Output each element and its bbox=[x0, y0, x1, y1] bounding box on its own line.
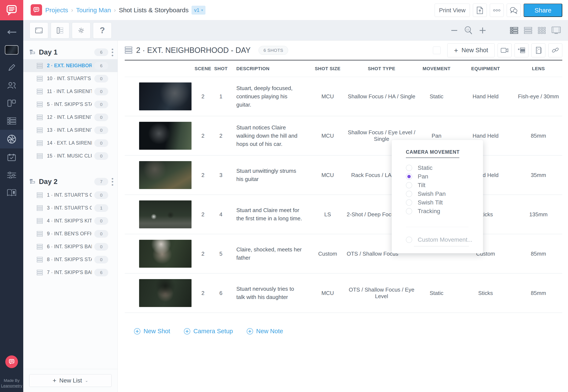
view-storyboard-button[interactable] bbox=[552, 27, 561, 34]
movement-option[interactable]: Swish Tilt bbox=[406, 198, 483, 207]
link-button[interactable] bbox=[548, 43, 562, 57]
sidebar-scene-item[interactable]: 9 · INT. BEN'S OFFICE - NIGHT 0 bbox=[23, 227, 118, 240]
share-button[interactable]: Share bbox=[524, 4, 562, 17]
back-button[interactable] bbox=[0, 23, 23, 41]
cell-shot-type[interactable]: Shallow Focus / HA / Single bbox=[347, 93, 416, 100]
cell-shot-size[interactable]: MCU bbox=[309, 93, 347, 100]
cell-shot[interactable]: 6 bbox=[211, 290, 230, 296]
storyboard-thumbnail[interactable] bbox=[139, 279, 192, 307]
cell-shot[interactable]: 5 bbox=[211, 251, 230, 257]
cell-shot[interactable]: 3 bbox=[211, 172, 230, 179]
zoom-out-button[interactable] bbox=[451, 30, 457, 31]
shot-table-row[interactable]: 2 6 Stuart nervously tries to talk with … bbox=[125, 274, 562, 313]
cell-scene[interactable]: 2 bbox=[194, 251, 211, 257]
cell-shot-size[interactable]: MCU bbox=[309, 290, 347, 296]
cell-equipment[interactable]: Hand Held bbox=[457, 133, 514, 139]
sidebar-scene-item[interactable]: 7 · INT. SKIPP'S BAR - NIGHT 6 bbox=[23, 266, 118, 279]
rail-item-reports[interactable] bbox=[0, 184, 23, 202]
sidebar-scene-item[interactable]: 3 · INT. STUART'S CAR - DUSK 1 bbox=[23, 201, 118, 214]
export-file-button[interactable] bbox=[473, 4, 487, 17]
sidebar-scene-item[interactable]: 5 · INT. SKIPP'S STAGE - NIGHT 0 bbox=[23, 98, 118, 111]
project-thumbnail[interactable] bbox=[0, 41, 23, 59]
movement-option[interactable]: Pan bbox=[406, 172, 483, 181]
storyboard-thumbnail[interactable] bbox=[139, 161, 192, 189]
cell-scene[interactable]: 2 bbox=[194, 172, 211, 179]
radio-button[interactable] bbox=[406, 208, 412, 214]
sidebar-scene-item[interactable]: 12 · INT. LA SIRENITA BATHRO... 0 bbox=[23, 111, 118, 124]
storyboard-thumbnail[interactable] bbox=[139, 200, 192, 228]
cell-scene[interactable]: 2 bbox=[194, 211, 211, 218]
shot-table-row[interactable]: 2 3 Stuart unwittingly strums his guitar… bbox=[125, 156, 562, 195]
cell-shot-type[interactable]: OTS / Shallow Focus / Eye Level bbox=[347, 286, 416, 300]
movement-option[interactable]: Tilt bbox=[406, 181, 483, 189]
sidebar-scene-item[interactable]: 14 · EXT. LA SIRENITA - NIGHT 0 bbox=[23, 137, 118, 150]
cell-shot-size[interactable]: LS bbox=[309, 211, 347, 218]
footer-camera-setup-link[interactable]: Camera Setup bbox=[184, 328, 233, 335]
shot-table-row[interactable]: 2 1 Stuart, deeply focused, continues pl… bbox=[125, 77, 562, 116]
cell-movement[interactable]: Static bbox=[416, 93, 457, 100]
storyboard-thumbnail[interactable] bbox=[139, 122, 192, 150]
cell-lens[interactable]: 85mm bbox=[514, 290, 562, 296]
cell-description[interactable]: Stuart, deeply focused, continues playin… bbox=[230, 84, 309, 109]
movement-option[interactable]: Swish Pan bbox=[406, 189, 483, 198]
view-grid-button[interactable] bbox=[538, 27, 546, 34]
add-list-button[interactable] bbox=[514, 43, 528, 57]
cell-equipment[interactable]: Sticks bbox=[457, 290, 514, 296]
kebab-menu-icon[interactable]: ••• bbox=[110, 48, 115, 57]
shot-table-row[interactable]: 2 2 Stuart notices Claire walking down t… bbox=[125, 116, 562, 156]
comments-button[interactable] bbox=[507, 4, 521, 17]
footer-new-shot-link[interactable]: New Shot bbox=[134, 328, 170, 335]
cell-description[interactable]: Stuart nervously tries to talk with his … bbox=[230, 285, 309, 301]
day-header[interactable]: Day 2 7 ••• bbox=[23, 175, 118, 189]
cell-shot[interactable]: 1 bbox=[211, 93, 230, 100]
sidebar-scene-item[interactable]: 2 · EXT. NEIGHBORHOOD - D... 6 bbox=[23, 59, 118, 72]
cell-shot-size[interactable]: Custom bbox=[309, 251, 347, 257]
shot-table-row[interactable]: 2 4 Stuart and Claire meet for the first… bbox=[125, 195, 562, 234]
view-rows-button[interactable] bbox=[524, 27, 532, 34]
help-button[interactable]: ? bbox=[93, 22, 112, 39]
new-shot-button[interactable]: + New Shot bbox=[447, 43, 495, 57]
custom-movement-input-underline[interactable] bbox=[414, 246, 469, 246]
radio-button[interactable] bbox=[406, 237, 412, 243]
aspect-ratio-button[interactable] bbox=[30, 22, 48, 39]
cell-shot[interactable]: 2 bbox=[211, 133, 230, 139]
sidebar-scene-item[interactable]: 11 · INT. LA SIRENITA - NIGHT 0 bbox=[23, 85, 118, 98]
breadcrumb-project-name[interactable]: Touring Man bbox=[76, 7, 111, 14]
studiobinder-logo[interactable] bbox=[0, 0, 23, 20]
sidebar-scene-item[interactable]: 10 · INT. STUART'S CAR - NIGHT 0 bbox=[23, 72, 118, 85]
rail-item-calendar[interactable] bbox=[0, 148, 23, 166]
cell-lens[interactable]: 135mm bbox=[514, 211, 562, 218]
sidebar-scene-item[interactable]: 4 · INT. SKIPP'S KITCHEN - NIG... 0 bbox=[23, 214, 118, 227]
cell-scene[interactable]: 2 bbox=[194, 93, 211, 100]
cell-scene[interactable]: 2 bbox=[194, 133, 211, 139]
cell-shot-size[interactable]: MCU bbox=[309, 133, 347, 139]
cell-lens[interactable]: 85mm bbox=[514, 133, 562, 139]
print-view-button[interactable]: Print View bbox=[435, 4, 470, 17]
radio-button[interactable] bbox=[406, 182, 412, 188]
sidebar-scene-item[interactable]: 6 · INT. SKIPP'S BAR - NIGHT 0 bbox=[23, 240, 118, 253]
cell-lens[interactable]: 85mm bbox=[514, 251, 562, 257]
select-all-checkbox[interactable] bbox=[433, 46, 441, 54]
sidebar-scene-item[interactable]: 1 · INT. STUART'S CAR - NIGHT 0 bbox=[23, 189, 118, 201]
shot-table-row[interactable]: 2 5 Claire, shocked, meets her father Cu… bbox=[125, 234, 562, 274]
rail-item-settings[interactable] bbox=[0, 166, 23, 184]
cell-shot-size[interactable]: MCU bbox=[309, 172, 347, 179]
radio-button[interactable] bbox=[406, 191, 412, 197]
radio-button[interactable] bbox=[406, 199, 412, 206]
rail-item-shooting-schedule[interactable] bbox=[0, 112, 23, 130]
storyboard-thumbnail[interactable] bbox=[139, 240, 192, 268]
breadcrumb-projects[interactable]: Projects bbox=[45, 7, 68, 14]
cell-movement[interactable]: Pan bbox=[416, 133, 457, 139]
columns-settings-button[interactable] bbox=[51, 22, 69, 39]
leanometry-logo[interactable] bbox=[5, 355, 18, 368]
kebab-menu-icon[interactable]: ••• bbox=[110, 177, 115, 186]
notebook-button[interactable] bbox=[531, 43, 545, 57]
cell-description[interactable]: Stuart notices Claire walking down the h… bbox=[230, 124, 309, 148]
made-by-link[interactable]: Leanometry bbox=[1, 383, 22, 389]
storyboard-thumbnail[interactable] bbox=[139, 83, 192, 110]
zoom-reset-button[interactable]: 1:1 bbox=[464, 26, 472, 35]
day-header[interactable]: Day 1 6 ••• bbox=[23, 45, 118, 59]
sidebar-scene-item[interactable]: 15 · INT. MUSIC CLUB - NIGHT 0 bbox=[23, 150, 118, 162]
rail-item-breakdown[interactable] bbox=[0, 94, 23, 112]
cell-lens[interactable]: 35mm bbox=[514, 172, 562, 179]
